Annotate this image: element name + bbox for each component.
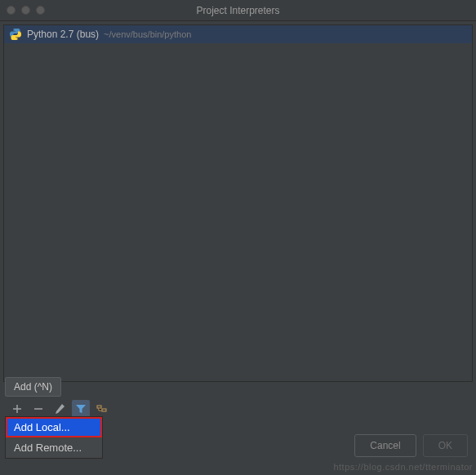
python-icon xyxy=(9,28,22,41)
traffic-lights xyxy=(7,6,45,15)
filter-button[interactable] xyxy=(72,400,90,418)
svg-rect-1 xyxy=(102,409,106,411)
ok-button[interactable]: OK xyxy=(423,434,468,457)
filter-icon xyxy=(75,403,87,415)
window-title: Project Interpreters xyxy=(196,5,279,16)
cancel-button[interactable]: Cancel xyxy=(354,434,416,457)
close-window-icon[interactable] xyxy=(7,6,16,15)
watermark-text: https://blog.csdn.net/tterminator xyxy=(333,462,473,472)
remove-button[interactable] xyxy=(29,400,47,418)
add-button[interactable] xyxy=(8,400,26,418)
menu-item-add-local[interactable]: Add Local... xyxy=(6,417,102,437)
title-bar: Project Interpreters xyxy=(0,0,476,21)
pencil-icon xyxy=(54,403,65,415)
paths-icon xyxy=(96,403,108,415)
interpreter-row[interactable]: Python 2.7 (bus) ~/venv/bus/bin/python xyxy=(4,25,472,43)
minimize-window-icon[interactable] xyxy=(21,6,30,15)
menu-item-add-remote[interactable]: Add Remote... xyxy=(6,437,102,458)
show-paths-button[interactable] xyxy=(93,400,111,418)
edit-button[interactable] xyxy=(51,400,69,418)
add-popup-menu: Add Local... Add Remote... xyxy=(5,416,103,459)
interpreter-path: ~/venv/bus/bin/python xyxy=(104,29,191,39)
dialog-buttons: Cancel OK xyxy=(354,434,468,457)
interpreter-list[interactable]: Python 2.7 (bus) ~/venv/bus/bin/python xyxy=(3,24,473,382)
svg-rect-0 xyxy=(97,406,101,408)
add-tooltip: Add (^N) xyxy=(5,377,61,397)
interpreter-name: Python 2.7 (bus) xyxy=(27,29,99,40)
minus-icon xyxy=(33,403,44,415)
plus-icon xyxy=(11,403,23,415)
maximize-window-icon[interactable] xyxy=(36,6,45,15)
